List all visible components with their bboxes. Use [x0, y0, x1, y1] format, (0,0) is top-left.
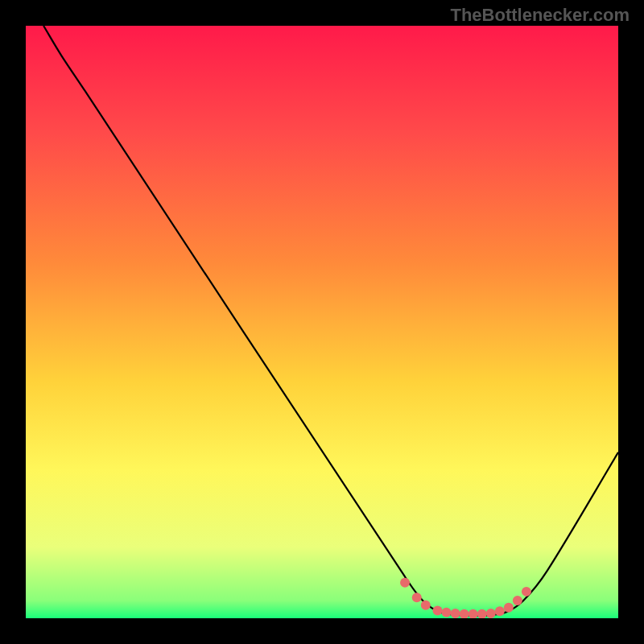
marker-dot: [504, 603, 514, 613]
marker-dot: [421, 601, 431, 610]
marker-dot: [451, 609, 460, 618]
marker-dot: [433, 605, 443, 615]
marker-dot: [486, 609, 496, 618]
marker-dot: [412, 592, 422, 602]
marker-dot: [400, 578, 410, 588]
chart-container: TheBottlenecker.com: [0, 0, 644, 644]
marker-dot: [442, 608, 452, 617]
plot-area: [26, 26, 618, 618]
marker-dot: [522, 587, 531, 597]
marker-dot: [495, 606, 505, 616]
marker-dot: [513, 596, 522, 605]
watermark-text: TheBottlenecker.com: [450, 5, 630, 26]
chart-svg: [26, 26, 618, 618]
gradient-background: [26, 26, 618, 618]
